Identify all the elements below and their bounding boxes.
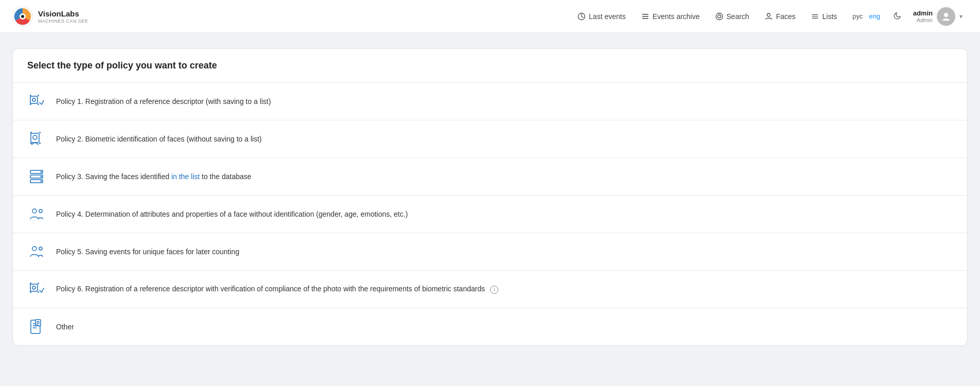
nav-events-archive[interactable]: Events archive bbox=[634, 8, 707, 25]
language-switcher: рус eng bbox=[845, 7, 887, 25]
register-verify-icon bbox=[27, 280, 46, 299]
user-info: admin Admin bbox=[913, 9, 933, 23]
user-role: Admin bbox=[913, 17, 933, 23]
main-content: Select the type of policy you want to cr… bbox=[0, 33, 980, 361]
policy-item-4[interactable]: Policy 4. Determination of attributes an… bbox=[13, 196, 967, 233]
other-icon bbox=[27, 318, 46, 336]
policy-4-label: Policy 4. Determination of attributes an… bbox=[56, 210, 408, 218]
svg-point-15 bbox=[32, 98, 35, 101]
card-title: Select the type of policy you want to cr… bbox=[13, 49, 967, 83]
svg-point-29 bbox=[32, 286, 35, 289]
theme-toggle[interactable] bbox=[888, 7, 907, 26]
biometric-id-icon bbox=[27, 130, 46, 148]
svg-rect-6 bbox=[642, 18, 648, 19]
policy-item-2[interactable]: Policy 2. Biometric identification of fa… bbox=[13, 120, 967, 158]
svg-rect-12 bbox=[812, 17, 818, 18]
svg-point-26 bbox=[32, 247, 37, 251]
svg-point-25 bbox=[39, 209, 42, 213]
svg-point-22 bbox=[41, 176, 42, 178]
list-icon bbox=[641, 12, 649, 21]
clock-icon bbox=[577, 12, 586, 21]
avatar-icon bbox=[941, 11, 951, 22]
search-icon bbox=[715, 12, 723, 21]
policy-2-label: Policy 2. Biometric identification of fa… bbox=[56, 135, 262, 143]
policy-item-6[interactable]: Policy 6. Registration of a reference de… bbox=[13, 271, 967, 308]
database-save-icon bbox=[27, 167, 46, 186]
svg-point-7 bbox=[716, 13, 722, 20]
svg-rect-10 bbox=[812, 14, 818, 15]
user-chevron-icon: ▾ bbox=[959, 13, 963, 20]
policy-item-5[interactable]: Policy 5. Saving events for unique faces… bbox=[13, 233, 967, 271]
svg-point-8 bbox=[718, 15, 721, 18]
svg-point-23 bbox=[41, 181, 42, 182]
header: VisionLabs MACHINES CAN SEE Last events … bbox=[0, 0, 980, 33]
svg-point-13 bbox=[944, 13, 948, 17]
user-name: admin bbox=[913, 9, 933, 17]
logo-tagline: MACHINES CAN SEE bbox=[38, 19, 88, 24]
svg-point-21 bbox=[41, 171, 42, 173]
policy-1-label: Policy 1. Registration of a reference de… bbox=[56, 97, 271, 106]
svg-rect-5 bbox=[642, 16, 648, 17]
policy-3-label: Policy 3. Saving the faces identified in… bbox=[56, 172, 251, 181]
nav-last-events[interactable]: Last events bbox=[570, 8, 633, 25]
nav: Last events Events archive Search Faces … bbox=[570, 5, 968, 28]
svg-point-17 bbox=[33, 135, 37, 139]
logo-name: VisionLabs bbox=[38, 9, 88, 19]
register-descriptor-icon bbox=[27, 92, 46, 111]
person-icon bbox=[765, 12, 773, 21]
lang-eng[interactable]: eng bbox=[867, 11, 882, 21]
policy-6-label: Policy 6. Registration of a reference de… bbox=[56, 285, 498, 293]
other-label: Other bbox=[56, 323, 74, 331]
lang-rus[interactable]: рус bbox=[850, 11, 865, 21]
unique-faces-icon bbox=[27, 242, 46, 261]
svg-rect-14 bbox=[30, 96, 38, 103]
svg-point-9 bbox=[767, 13, 770, 16]
policy-6-info-icon[interactable]: i bbox=[490, 286, 498, 294]
user-menu[interactable]: admin Admin ▾ bbox=[908, 5, 968, 28]
nav-search[interactable]: Search bbox=[708, 8, 756, 25]
svg-rect-16 bbox=[31, 133, 39, 143]
attributes-icon bbox=[27, 205, 46, 223]
svg-rect-11 bbox=[812, 16, 818, 16]
svg-point-24 bbox=[32, 209, 37, 213]
avatar bbox=[937, 7, 955, 26]
logo[interactable]: VisionLabs MACHINES CAN SEE bbox=[12, 6, 88, 27]
svg-rect-4 bbox=[642, 14, 648, 15]
svg-point-27 bbox=[39, 247, 42, 250]
policy-item-other[interactable]: Other bbox=[13, 308, 967, 345]
svg-point-2 bbox=[21, 15, 24, 18]
policy-5-label: Policy 5. Saving events for unique faces… bbox=[56, 248, 239, 256]
nav-lists[interactable]: Lists bbox=[804, 8, 844, 25]
moon-icon bbox=[894, 11, 902, 20]
policy-card: Select the type of policy you want to cr… bbox=[12, 48, 968, 346]
nav-faces[interactable]: Faces bbox=[757, 8, 803, 25]
policy-item-1[interactable]: Policy 1. Registration of a reference de… bbox=[13, 83, 967, 120]
policy-list: Policy 1. Registration of a reference de… bbox=[13, 83, 967, 345]
menu-icon bbox=[811, 12, 819, 21]
policy-item-3[interactable]: Policy 3. Saving the faces identified in… bbox=[13, 158, 967, 196]
logo-text: VisionLabs MACHINES CAN SEE bbox=[38, 9, 88, 24]
svg-rect-28 bbox=[30, 284, 38, 291]
logo-icon bbox=[12, 6, 33, 27]
